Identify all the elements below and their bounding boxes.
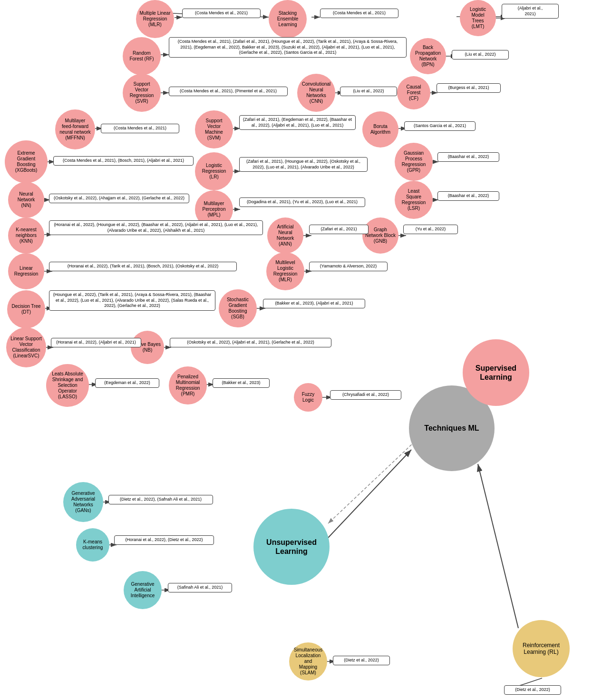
nn-ref-text: (Oskotsky et al., 2022), (Ahajjam et al.…	[54, 196, 184, 200]
linear-regression-label: LinearRegression	[14, 266, 39, 277]
supervised-label: Supervised Learning	[466, 364, 526, 382]
slam-node: SimultaneousLocalization andMapping(SLAM…	[289, 642, 327, 680]
svr-label: SupportVectorRegression(SVR)	[130, 81, 154, 104]
nn-label: NeuralNetwork(NN)	[18, 191, 35, 208]
gans-ref: (Dietz et al., 2022), (Safnah Ali et al.…	[108, 495, 213, 504]
cnn-ref: (Liu et al., 2022)	[340, 87, 397, 96]
lr-ref-text: (Zafari et al., 2021), (Houngue et al., …	[246, 159, 360, 169]
cnn-label: ConvolutionalNeuralNetworks(CNN)	[302, 81, 331, 104]
rl-ref: (Dietz et al., 2022)	[504, 685, 561, 695]
gen-ai-node: GenerativeArtificialIntelligence	[124, 571, 162, 609]
mffnn-label: Multilayerfeed-forwardneural network(MFF…	[59, 118, 91, 141]
gen-ai-label: GenerativeArtificialIntelligence	[131, 582, 155, 599]
lsvc-ref-text: (Horanai et al., 2022), (Aljabri et al.,…	[56, 340, 136, 345]
knn-node: K-nearestneighbors(KNN)	[8, 217, 44, 254]
svm-ref-text: (Zafari et al., 2021), (Eegdeman et al.,…	[243, 117, 352, 128]
mlr2-label: MultilevelLogisticRegression(MLR)	[273, 260, 298, 283]
kmeans-node: K-meansclustering	[76, 528, 109, 562]
gpr-ref-text: (Baashar et al., 2022)	[448, 154, 489, 159]
gans-node: GenerativeAdversarialNetworks(GANs)	[63, 482, 103, 522]
dt-ref-text: (Houngue et al., 2022), (Tarik et al., 2…	[53, 292, 212, 308]
rl-ref-text: (Dietz et al., 2022)	[515, 687, 550, 692]
lmt-node: LogisticModelTrees(LMT)	[460, 0, 496, 36]
nb-node: Naive Bayes(NB)	[131, 331, 164, 364]
lsr-ref: (Baashar et al., 2022)	[437, 191, 499, 201]
stacking-ref-text: (Costa Mendes et al., 2021)	[333, 10, 386, 15]
knn-ref-text: (Horanai et al., 2022), (Houngue et al.,…	[54, 222, 258, 233]
lmt-label: LogisticModelTrees(LMT)	[470, 7, 486, 30]
reinforcement-label: Reinforcement Learning (RL)	[515, 642, 567, 656]
kmeans-ref: (Horanai et al., 2022), (Dietz et al., 2…	[114, 535, 214, 545]
lasso-ref-text: (Eegdeman et al., 2022)	[104, 380, 150, 385]
boruta-ref: (Santos Garcia et al., 2021)	[404, 121, 476, 131]
dt-node: Decision Tree(DT)	[7, 290, 45, 328]
lsr-ref-text: (Baashar et al., 2022)	[448, 193, 489, 198]
svg-line-4	[478, 464, 518, 628]
gpr-label: GaussianProcessRegression(GPR)	[402, 150, 426, 173]
gans-ref-text: (Dietz et al., 2022), (Safnah Ali et al.…	[120, 497, 202, 502]
nb-ref: (Oskotsky et al., 2022), (Aljabri et al.…	[170, 338, 331, 347]
lasso-ref: (Eegdeman et al., 2022)	[95, 378, 159, 388]
lr-ref: (Zafari et al., 2021), (Houngue et al., …	[239, 157, 368, 172]
mlr2-ref: (Yamamoto & Alverson, 2022)	[309, 262, 388, 271]
lsvc-label: Linear SupportVectorClassification(Linea…	[10, 336, 42, 359]
mlr2-node: MultilevelLogisticRegression(MLR)	[266, 252, 304, 290]
nn-node: NeuralNetwork(NN)	[8, 182, 44, 218]
bpn-ref: (Liu et al., 2022)	[452, 50, 509, 59]
xgboost-label: ExtremeGradientBoosting(XGBoots)	[15, 150, 38, 173]
slam-label: SimultaneousLocalization andMapping(SLAM…	[292, 647, 324, 676]
fuzzy-ref-text: (Chrysafiadi et al., 2022)	[342, 392, 389, 397]
boruta-ref-text: (Santos Garcia et al., 2021)	[414, 123, 466, 128]
ann-label: ArtificialNeuralNetwork(ANN)	[277, 224, 294, 247]
lsvc-node: Linear SupportVectorClassification(Linea…	[6, 327, 46, 367]
logistic-reg-label: LogisticRegression(LR)	[202, 163, 226, 180]
fuzzy-ref: (Chrysafiadi et al., 2022)	[330, 390, 401, 400]
lmt-ref: (Aljabri et al.,2021)	[502, 4, 559, 19]
nn-ref: (Oskotsky et al., 2022), (Ahajjam et al.…	[49, 194, 189, 203]
knn-ref: (Horanai et al., 2022), (Houngue et al.,…	[49, 220, 263, 235]
unsupervised-label: Unsupervised Learning	[256, 538, 327, 556]
mffnn-ref-text: (Costa Mendes et al., 2021)	[114, 126, 166, 130]
stacking-node: StackingEnsembleLearning	[269, 0, 307, 38]
rf-ref: (Costa Mendes et al., 2021), (Zafari et …	[169, 37, 407, 58]
sgb-label: StochasticGradientBoosting(SGB)	[227, 297, 249, 320]
mlr-node: Multiple LinearRegression(MLR)	[136, 0, 174, 38]
cf-ref: (Burgess et al., 2021)	[437, 83, 501, 93]
pmr-node: PenalizedMultinomialRegression(PMR)	[169, 366, 207, 404]
boruta-label: BorutaAlgorithm	[370, 124, 390, 135]
linear-regression-node: LinearRegression	[8, 253, 44, 289]
unsupervised-learning-node: Unsupervised Learning	[253, 509, 330, 585]
cf-node: Causal Forest(CF)	[397, 76, 430, 109]
xgboost-node: ExtremeGradientBoosting(XGBoots)	[5, 140, 48, 183]
techniques-ml-label: Techniques ML	[424, 424, 479, 433]
kmeans-label: K-meansclustering	[83, 539, 103, 551]
svg-line-6	[175, 17, 182, 18]
svg-line-3	[328, 450, 411, 538]
nb-ref-text: (Oskotsky et al., 2022), (Aljabri et al.…	[187, 340, 314, 345]
xgboost-ref: (Costa Mendes et al., 2021), (Bosch, 202…	[53, 156, 194, 166]
rf-label: RandomForest (RF)	[129, 50, 154, 62]
mpl-label: MultilayerPerceptron(MPL)	[203, 201, 226, 218]
lsvc-ref: (Horanai et al., 2022), (Aljabri et al.,…	[51, 338, 141, 347]
xgboost-ref-text: (Costa Mendes et al., 2021), (Bosch, 202…	[63, 158, 184, 163]
mlr-ref: (Costa Mendes et al., 2021)	[182, 9, 261, 18]
gnb-label: GraphNetwork Block(GNB)	[365, 227, 396, 244]
sgb-node: StochasticGradientBoosting(SGB)	[219, 289, 257, 327]
gen-ai-ref: (Safinah Ali et al., 2021)	[168, 583, 232, 592]
lsr-node: LeastSquareRegression(LSR)	[395, 181, 433, 219]
gen-ai-ref-text: (Safinah Ali et al., 2021)	[177, 585, 223, 590]
mpl-ref-text: (Dogadina et al., 2021), (Yu et al., 202…	[247, 199, 358, 204]
ann-ref: (Zafari et al., 2021)	[309, 225, 369, 234]
dt-label: Decision Tree(DT)	[11, 304, 40, 315]
supervised-learning-node: Supervised Learning	[463, 339, 529, 406]
bpn-label: BackPropagationNetwork(BPN)	[415, 45, 441, 68]
linreg-ref-text: (Horanai et al., 2022), (Tarik et al., 2…	[68, 264, 219, 268]
lsr-label: LeastSquareRegression(LSR)	[402, 188, 426, 211]
gnb-ref-text: (Yu et al., 2022)	[416, 227, 446, 231]
gnb-node: GraphNetwork Block(GNB)	[362, 217, 398, 254]
rf-node: RandomForest (RF)	[123, 37, 161, 75]
gnb-ref: (Yu et al., 2022)	[403, 225, 458, 234]
gpr-ref: (Baashar et al., 2022)	[437, 152, 499, 162]
mlr-label: Multiple LinearRegression(MLR)	[139, 10, 170, 28]
boruta-node: BorutaAlgorithm	[362, 111, 398, 148]
